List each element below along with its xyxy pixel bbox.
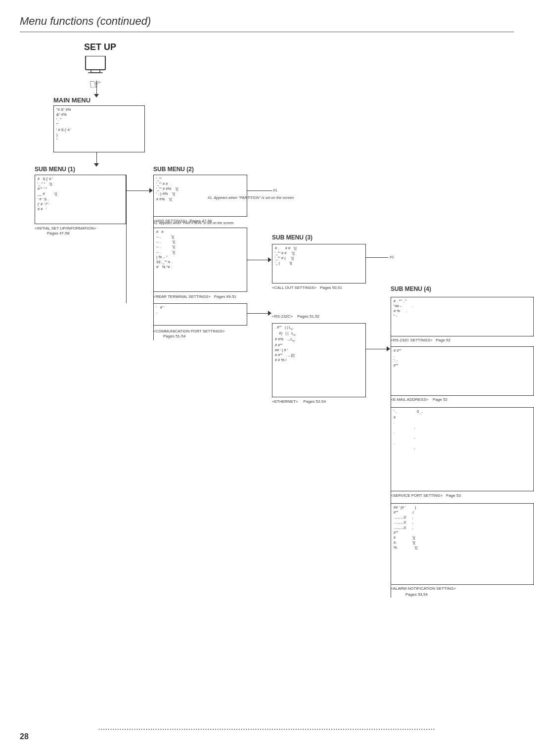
line-sub1-to-sub2	[126, 190, 151, 191]
line-sub1-left	[35, 175, 35, 224]
sub-menu-4-box: # . '"" , " "## - . # % . " -	[391, 297, 534, 336]
line-rear-to-col3	[247, 313, 269, 314]
arrow-1	[94, 94, 99, 97]
line-col1-v	[126, 175, 127, 303]
email-box: ' , 0..., # . , . , . ,	[391, 407, 534, 491]
rs232c-label: <RS-232C> Pages 51,52	[272, 314, 319, 319]
sub-menu-1-box: # S (' # ' '_ " " '(( #"" ' '" __ # '(( …	[35, 175, 126, 224]
initial-setup-pages: Pages 47-58	[47, 231, 69, 236]
note1-hash: #1	[273, 188, 277, 193]
line-sub3-note1	[366, 257, 388, 258]
note1-desc-text: #1. Appears when "PARTITION" is set on t…	[153, 221, 234, 225]
line-sub2-v3	[153, 326, 154, 340]
note1-desc: #1. Appears when "PARTITION" is set on t…	[208, 195, 295, 200]
line-sub2-v2	[153, 292, 154, 303]
alarm-pages: Pages 53,54	[405, 592, 428, 597]
page-title: Menu functions (continued)	[20, 15, 514, 32]
sub-menu-2-rear-box: ' #' ' -	[153, 303, 247, 326]
svg-rect-0	[86, 56, 105, 70]
diagram-area: SET UP ☞ MAIN MENU "# S" #% &" #% ' . " …	[20, 37, 514, 720]
line-sub4-v1	[391, 336, 391, 347]
main-menu-content: "# S" #% &" #% ' . " '" ' # S (' # ' ) "	[56, 107, 142, 142]
rs232c-settings-label: <RS-232C SETTINGS> Page 52	[391, 338, 450, 343]
sub-menu-3-label: SUB MENU (3)	[272, 234, 312, 241]
svg-text:☞: ☞	[89, 77, 101, 92]
arrow-sub1-to-sub2	[149, 188, 153, 193]
sub-menu-2-hdd-box: # # -- , '(( -- . '(( -- . '(( -- . '(( …	[153, 228, 247, 292]
sub-menu-2-label: SUB MENU (2)	[153, 166, 194, 173]
rs232c-box: . #"" | | Ln. #) | | Ln. # #% .,.Ln. # #…	[272, 323, 366, 397]
line-note1	[247, 190, 272, 191]
ethernet-label: <ETHERNET> Pages 52-54	[272, 399, 326, 404]
sub-menu-1-label: SUB MENU (1)	[35, 166, 75, 173]
line-sub4-v2	[391, 396, 391, 407]
arrow-hdd-to-sub3	[268, 257, 271, 262]
comm-port-label: <COMMUNICATION PORT SETTINGS>	[153, 329, 224, 334]
rear-terminal-label: <REAR TERMINAL SETTINGS> Pages 49-51	[153, 294, 236, 299]
arrow-rear-to-col3	[268, 311, 271, 316]
service-port-label: <SERVICE PORT SETTING> Page 53	[391, 493, 461, 498]
service-port-box: ## ' (# ' ) #"" ./ ..,..,..,.0 , ..,..,.…	[391, 503, 534, 585]
setup-label: SET UP	[84, 42, 116, 52]
page-number: 28	[20, 732, 29, 741]
arrow-rs232c-to-sub4	[387, 346, 390, 351]
line-hdd-to-sub3	[247, 260, 269, 260]
sub-menu-3-box: # . # # '(( '_"" # # '(( '_"" # ( '(( '_…	[272, 244, 366, 284]
line-rs232c-to-sub4	[366, 349, 388, 349]
page-container: Menu functions (continued) SET UP ☞ MAIN…	[0, 0, 534, 756]
email-label: <E-MAIL ADDRESS> Page 52	[391, 397, 447, 402]
arrow-line-1	[96, 81, 97, 95]
main-menu-box: "# S" #% &" #% ' . " '" ' # S (' # ' ) "	[53, 105, 145, 152]
sub3-note1: #1	[390, 255, 394, 260]
sub-menu-4-label: SUB MENU (4)	[391, 285, 431, 292]
line-sub4-v3	[391, 491, 391, 503]
comm-port-pages: Pages 51-54	[163, 334, 185, 339]
rs232c-settings-box: # #"" . '. - #""	[391, 346, 534, 396]
line-sub4-v4	[391, 585, 391, 598]
alarm-label: <ALARM NOTIFICATION SETTING>	[391, 586, 456, 591]
dots-line: ••••••••••••••••••••••••••••••••••••••••…	[0, 727, 534, 731]
arrow-main-to-sub1	[94, 163, 99, 167]
call-out-label: <CALL OUT SETTINGS> Pages 50,51	[272, 285, 342, 290]
initial-setup-label: <INITIAL SET UP/INFORMATION>	[35, 226, 96, 231]
main-menu-label: MAIN MENU	[53, 96, 90, 104]
